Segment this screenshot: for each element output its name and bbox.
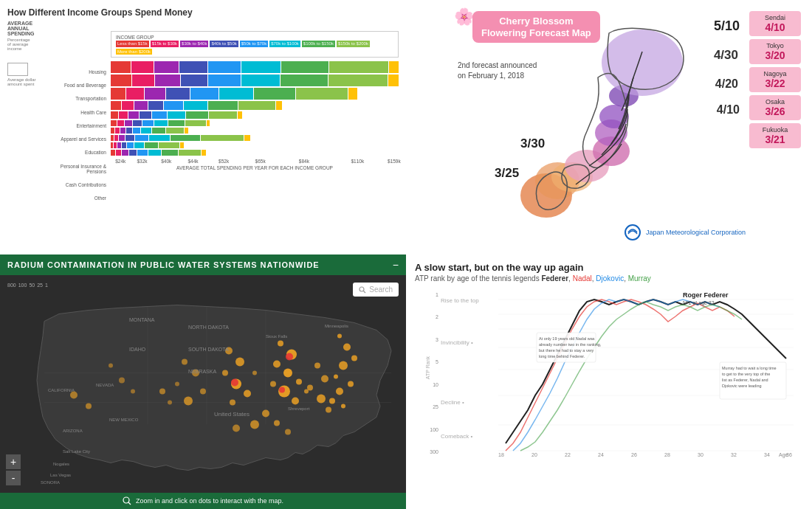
svg-point-19 [339,361,348,370]
svg-point-58 [307,385,313,391]
svg-point-8 [602,30,683,96]
svg-point-46 [286,353,293,361]
table-row [111,135,399,141]
cherry-map-area: 🌸 Cherry BlossomFlowering Forecast Map 2… [413,7,805,247]
cherry-blossom-panel: 🌸 Cherry BlossomFlowering Forecast Map 2… [406,0,812,254]
svg-text:Djokovic were leading: Djokovic were leading [722,384,762,388]
svg-text:already number two in the rank: already number two in the ranking, [539,342,602,347]
svg-text:Minneapolis: Minneapolis [325,324,348,328]
svg-point-53 [184,397,193,406]
x-axis-ticks: $24k $32k $40k $44k $52k $65k $84k $110k… [111,159,399,164]
cherry-petals-icon: 🌸 [454,7,474,27]
svg-point-41 [109,364,113,368]
japan-map-svg [502,7,709,243]
bar-rows [111,61,399,156]
jmc-logo: Japan Meteorological Corporation [624,224,746,241]
svg-point-63 [250,420,259,429]
zoom-in-button[interactable]: + [6,454,21,469]
svg-point-31 [292,398,299,405]
x-axis-label: AVERAGE TOTAL SPENDING PER YEAR FOR EACH… [111,165,399,170]
map-date-420: 4/20 [715,77,738,91]
category-labels: Housing Food and Beverage Transportation… [53,21,109,205]
svg-text:Nº1 at age 22: Nº1 at age 22 [683,300,715,306]
svg-point-49 [182,359,187,365]
nadal-label-text: Nadal [573,274,592,283]
svg-text:United States: United States [214,411,250,418]
map-date-410: 4/10 [717,103,740,117]
svg-point-28 [283,369,292,378]
table-row [111,88,399,100]
svg-point-83 [359,287,364,291]
table-row [111,120,399,126]
svg-text:22: 22 [565,452,571,457]
city-tokyo: Tokyo 3/20 [749,39,801,64]
zoom-out-button[interactable]: - [6,471,21,485]
x-axis [489,462,803,480]
svg-text:20: 20 [531,452,537,457]
svg-point-60 [326,407,331,413]
table-row [111,111,399,119]
y-axis-label: AVERAGE ANNUAL SPENDING [7,21,53,36]
search-placeholder: Search [369,285,393,294]
svg-point-59 [317,395,326,404]
svg-point-44 [70,392,78,399]
tennis-chart-panel: A slow start, but on the way up again AT… [406,254,812,509]
radium-title: RADIUM CONTAMINATION IN PUBLIC WATER SYS… [7,260,320,269]
table-row [111,101,399,110]
svg-text:NEBRASKA: NEBRASKA [188,369,216,374]
city-nagoya: Nagoya 3/22 [749,67,801,92]
svg-line-84 [364,291,366,293]
zoom-controls[interactable]: + - [6,454,21,485]
svg-text:Shreveport: Shreveport [288,406,310,411]
map-date-330: 3/30 [520,136,545,151]
radium-map-panel: RADIUM CONTAMINATION IN PUBLIC WATER SYS… [0,254,406,509]
federer-label-text: Federer [541,274,568,283]
svg-text:SONORA: SONORA [41,480,60,485]
svg-text:NORTH DAKOTA: NORTH DAKOTA [188,325,229,330]
radium-header: RADIUM CONTAMINATION IN PUBLIC WATER SYS… [0,254,406,275]
table-row [111,142,399,148]
map-date-510: 5/10 [714,18,740,34]
table-row [111,75,399,86]
svg-text:CALIFORNIA: CALIFORNIA [48,388,75,392]
svg-point-54 [168,401,172,405]
jmc-icon [624,224,641,241]
city-sendai: Sendai 4/10 [749,11,801,36]
svg-point-52 [200,389,206,395]
svg-point-62 [274,420,280,426]
radium-map-body: 80010050251 [0,275,406,508]
svg-point-29 [296,379,302,385]
radium-controls[interactable]: − [393,259,399,271]
svg-point-35 [235,358,244,367]
svg-point-65 [233,425,240,432]
svg-point-42 [119,378,125,384]
city-fukuoka: Fukuoka 3/21 [749,123,801,148]
svg-text:30: 30 [698,452,703,457]
svg-point-40 [252,371,257,375]
svg-text:Sioux Falls: Sioux Falls [266,334,287,339]
svg-text:to get to the very top of the: to get to the very top of the [722,372,770,376]
svg-point-24 [341,404,345,409]
svg-point-47 [279,387,285,393]
svg-point-39 [230,400,235,406]
search-icon [359,286,366,294]
map-date-430: 4/30 [714,48,738,63]
svg-text:Salt Lake City: Salt Lake City [63,449,90,454]
svg-point-85 [123,497,129,503]
svg-point-22 [336,388,343,395]
search-bar[interactable]: Search [353,283,399,297]
svg-text:but there he had to stay a ver: but there he had to stay a very [539,348,594,353]
svg-text:IDAHO: IDAHO [129,347,146,352]
radium-bottom-bar: Zoom in and click on dots to interact wi… [0,493,406,509]
minimize-icon[interactable]: − [393,259,399,271]
tennis-subtitle: ATP rank by age of the tennis legends Fe… [415,274,803,283]
svg-point-64 [285,429,291,435]
tennis-title: A slow start, but on the way up again [415,262,803,273]
svg-text:list as Federer, Nadal and: list as Federer, Nadal and [722,378,768,382]
svg-text:24: 24 [598,452,604,457]
svg-text:34: 34 [764,452,770,457]
svg-text:Murray had to wait a long time: Murray had to wait a long time [722,366,777,370]
svg-point-23 [329,398,335,404]
svg-point-16 [337,334,342,339]
djokovic-label-text: Djokovic [596,274,624,283]
